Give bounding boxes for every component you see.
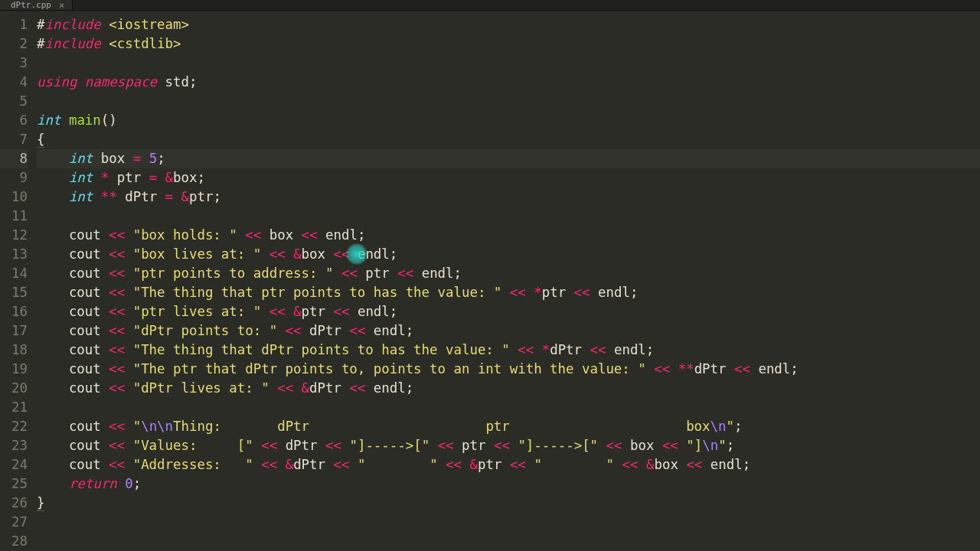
line-number: 21 — [0, 398, 28, 417]
code-token: & — [646, 457, 654, 472]
code-token: endl; — [702, 457, 750, 472]
code-token: cout — [37, 246, 109, 262]
code-token — [253, 438, 261, 453]
line-number: 6 — [0, 111, 28, 130]
code-line[interactable] — [37, 207, 980, 226]
code-line[interactable]: cout << "The ptr that dPtr points to, po… — [37, 360, 980, 379]
code-token: return — [69, 476, 117, 491]
code-token — [646, 361, 654, 377]
line-number: 9 — [0, 168, 28, 187]
code-line[interactable]: using namespace std; — [37, 73, 980, 92]
code-line[interactable]: int * ptr = &box; — [37, 168, 980, 187]
line-number: 15 — [0, 283, 28, 302]
code-token: "dPtr points to: " — [133, 323, 277, 338]
code-token: << — [334, 304, 350, 319]
code-token: ; — [727, 438, 734, 453]
code-token: \n — [710, 419, 727, 434]
code-token: endl; — [750, 361, 799, 377]
code-line[interactable]: #include <iostream> — [37, 15, 980, 34]
code-line[interactable]: cout << "box holds: " << box << endl; — [37, 226, 980, 245]
code-token: Thing: dPtr ptr box — [173, 419, 710, 434]
code-token: endl; — [318, 227, 366, 243]
code-line[interactable]: cout << "The thing that ptr points to ha… — [37, 283, 980, 302]
code-token: "ptr lives at: " — [133, 304, 262, 319]
code-token: << — [349, 380, 365, 396]
code-token — [237, 227, 245, 243]
code-line[interactable] — [37, 92, 980, 111]
code-token — [125, 304, 132, 319]
code-token: "box lives at: " — [133, 246, 262, 262]
code-token: * — [534, 285, 541, 300]
code-token — [125, 323, 132, 338]
code-line[interactable]: cout << "box lives at: " << &box << endl… — [37, 245, 980, 264]
code-line[interactable]: cout << "dPtr points to: " << dPtr << en… — [37, 321, 980, 341]
code-token: include — [44, 17, 100, 32]
code-token: dPtr — [309, 380, 349, 396]
code-line[interactable] — [37, 54, 980, 73]
code-line[interactable]: cout << "\n\nThing: dPtr ptr box\n"; — [37, 417, 980, 436]
code-line[interactable]: int ** dPtr = &ptr; — [37, 187, 980, 207]
code-body[interactable]: #include <iostream>#include <cstdlib> us… — [34, 11, 980, 551]
code-token: main — [69, 112, 101, 128]
code-token: "]----->[" — [349, 438, 430, 453]
code-line[interactable]: int main() — [37, 111, 980, 130]
code-line[interactable]: cout << "Values: [" << dPtr << "]----->[… — [37, 436, 980, 455]
code-token: ; — [157, 151, 165, 166]
code-token: using — [37, 74, 77, 90]
line-number: 7 — [0, 130, 28, 149]
code-line[interactable]: { — [37, 130, 980, 149]
code-line[interactable]: cout << "ptr points to address: " << ptr… — [37, 264, 980, 283]
line-number: 28 — [0, 532, 28, 551]
code-line[interactable]: cout << "dPtr lives at: " << &dPtr << en… — [37, 379, 980, 398]
line-number: 27 — [0, 513, 28, 532]
code-token: " " — [358, 457, 438, 472]
code-line[interactable] — [37, 398, 980, 417]
code-line[interactable] — [37, 532, 980, 551]
close-icon[interactable]: × — [59, 1, 64, 10]
code-token — [270, 380, 277, 396]
code-token: << — [510, 285, 526, 300]
code-token — [77, 74, 84, 90]
line-number: 13 — [0, 245, 28, 264]
code-line[interactable]: cout << "ptr lives at: " << &ptr << endl… — [37, 302, 980, 321]
code-token: << — [574, 285, 590, 300]
code-token — [510, 438, 518, 453]
code-token — [261, 304, 269, 319]
code-line[interactable]: int box = 5; — [37, 149, 980, 168]
code-token: << — [325, 438, 341, 453]
code-token — [93, 170, 100, 185]
code-line[interactable]: } — [37, 494, 980, 513]
line-number-gutter: 1234567891011121314151617181920212223242… — [0, 11, 34, 551]
line-number: 20 — [0, 379, 28, 398]
code-token: << — [446, 457, 462, 472]
line-number: 3 — [0, 54, 28, 73]
code-token — [670, 361, 678, 377]
code-token: # — [37, 17, 44, 32]
code-token: endl; — [590, 285, 639, 300]
code-token: " — [718, 438, 726, 453]
line-number: 19 — [0, 360, 28, 379]
code-line[interactable]: cout << "The thing that dPtr points to h… — [37, 341, 980, 360]
code-area[interactable]: 1234567891011121314151617181920212223242… — [0, 11, 980, 551]
code-token — [293, 380, 301, 396]
code-token: <cstdlib> — [109, 36, 181, 51]
code-token — [125, 457, 132, 472]
code-token: \n\n — [141, 419, 173, 434]
code-token: << — [662, 438, 678, 453]
file-tab[interactable]: dPtr.cpp × — [0, 0, 73, 10]
line-number: 12 — [0, 226, 28, 245]
code-line[interactable]: return 0; — [37, 474, 980, 494]
code-token: & — [293, 304, 301, 319]
code-token: << — [349, 323, 365, 338]
code-token: << — [109, 285, 125, 300]
code-token: ptr — [542, 285, 574, 300]
code-token: ptr — [109, 170, 149, 185]
code-token: << — [109, 380, 125, 396]
line-number: 18 — [0, 341, 28, 360]
code-token — [141, 151, 149, 166]
code-line[interactable] — [37, 513, 980, 532]
code-line[interactable]: #include <cstdlib> — [37, 34, 980, 54]
code-token: } — [37, 495, 44, 511]
code-line[interactable]: cout << "Addresses: " << &dPtr << " " <<… — [37, 455, 980, 474]
code-token: << — [109, 419, 125, 434]
